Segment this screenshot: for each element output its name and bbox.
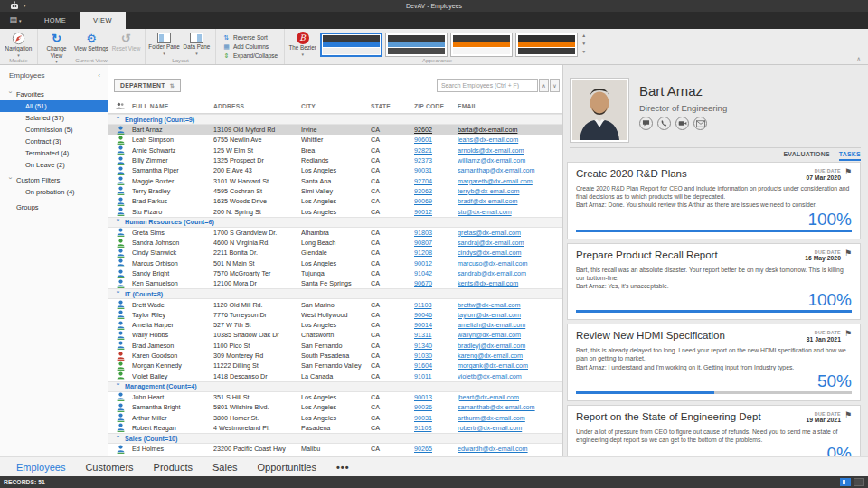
email-button[interactable]	[693, 117, 707, 130]
flag-icon[interactable]: ⚑	[844, 411, 852, 419]
layout-toggle-data-icon[interactable]	[854, 478, 864, 486]
employee-row-violet-bailey[interactable]: Violet Bailey1418 Descanso DrLa CanadaCA…	[108, 371, 562, 381]
employee-row-bart-arnaz[interactable]: Bart Arnaz13109 Old Myford RdIrvineCA926…	[108, 125, 562, 135]
icon-column-header[interactable]	[108, 102, 132, 110]
employee-row-brett-wade[interactable]: Brett Wade1120 Old Mill Rd.San MarinoCA9…	[108, 299, 562, 309]
sidebar-item-on-leave-2[interactable]: On Leave (2)	[0, 159, 108, 171]
email-link[interactable]: bradleyj@dx-email.com	[458, 342, 525, 350]
skin-swatch-blue-dark[interactable]	[385, 33, 448, 57]
zip-link[interactable]: 91030	[414, 352, 432, 360]
employee-row-greta-sims[interactable]: Greta Sims1700 S Grandview Dr.AlhambraCA…	[108, 228, 562, 238]
email-link[interactable]: samanthab@dx-email.com	[458, 403, 535, 411]
group-header-sales[interactable]: ›Sales (Count=10)	[108, 433, 562, 444]
email-link[interactable]: margaretb@dx-email.com	[458, 177, 533, 185]
column-header-state[interactable]: STATE	[371, 103, 414, 109]
zip-link[interactable]: 93063	[414, 187, 432, 195]
email-link[interactable]: brettw@dx-email.com	[458, 301, 521, 309]
group-header-human-resources[interactable]: ›Human Resources (Count=6)	[108, 217, 562, 228]
email-link[interactable]: wallyh@dx-email.com	[458, 331, 521, 339]
employee-row-sandy-bright[interactable]: Sandy Bright7570 McGroarty TerTujungaCA9…	[108, 268, 562, 278]
nav-item-products[interactable]: Products	[154, 462, 193, 473]
column-header-address[interactable]: ADDRESS	[213, 103, 301, 109]
email-link[interactable]: edwardh@dx-email.com	[458, 445, 528, 453]
zip-link[interactable]: 91108	[414, 301, 431, 309]
employee-row-taylor-riley[interactable]: Taylor Riley7776 Torreyson DrWest Hollyw…	[108, 310, 562, 320]
zip-link[interactable]: 90012	[414, 208, 432, 216]
column-header-full-name[interactable]: FULL NAME	[132, 103, 213, 109]
flag-icon[interactable]: ⚑	[844, 168, 852, 176]
email-link[interactable]: robertr@dx-email.com	[458, 424, 522, 432]
email-link[interactable]: terryb@dx-email.com	[458, 187, 519, 195]
flag-icon[interactable]: ⚑	[844, 249, 852, 258]
nav-item-opportunities[interactable]: Opportunities	[258, 462, 316, 473]
email-link[interactable]: jheart@dx-email.com	[458, 393, 519, 401]
expand-collapse-button[interactable]: ⇕ Expand/Collapse	[222, 52, 278, 59]
employee-row-marcus-orbison[interactable]: Marcus Orbison501 N Main StLos AngelesCA…	[108, 258, 562, 268]
email-link[interactable]: leahs@dx-email.com	[458, 136, 518, 144]
tab-tasks[interactable]: TASKS	[839, 151, 861, 161]
email-link[interactable]: bradf@dx-email.com	[458, 197, 517, 205]
nav-item-sales[interactable]: Sales	[212, 462, 238, 473]
zip-link[interactable]: 91604	[414, 361, 432, 370]
reverse-sort-button[interactable]: ⇅ Reverse Sort	[222, 33, 278, 41]
sidebar-section-favorites[interactable]: ›Favorites	[0, 88, 108, 100]
ribbon-tab-home[interactable]: HOME	[31, 12, 80, 29]
zip-link[interactable]: 91042	[414, 269, 432, 277]
phone-button[interactable]	[657, 117, 671, 130]
zip-link[interactable]: 90601	[414, 136, 432, 144]
email-link[interactable]: arnolds@dx-email.com	[458, 146, 524, 155]
navigation-button[interactable]: Navigation ▾	[3, 31, 34, 56]
employee-row-samantha-bright[interactable]: Samantha Bright5801 Wilshire Blvd.Los An…	[108, 402, 562, 412]
zip-link[interactable]: 90265	[414, 445, 432, 453]
reset-view-button[interactable]: ↺ Reset View	[110, 31, 142, 56]
email-link[interactable]: williamz@dx-email.com	[458, 156, 525, 164]
zip-link[interactable]: 90013	[414, 393, 432, 401]
email-link[interactable]: kareng@dx-email.com	[458, 352, 523, 360]
email-link[interactable]: stu@dx-email.com	[458, 208, 512, 216]
zip-link[interactable]: 92704	[414, 177, 432, 185]
employee-row-ken-samuelson[interactable]: Ken Samuelson12100 Mora DrSanta Fe Sprin…	[108, 278, 562, 288]
group-header-engineering[interactable]: ›Engineering (Count=9)	[108, 114, 562, 125]
sidebar-item-salaried-37[interactable]: Salaried (37)	[0, 112, 108, 124]
zip-link[interactable]: 92821	[414, 146, 432, 155]
zip-link[interactable]: 90012	[414, 259, 432, 267]
zip-link[interactable]: 90031	[414, 414, 432, 422]
zip-link[interactable]: 91340	[414, 342, 432, 350]
app-menu-button[interactable]: ▤ ▾	[0, 12, 31, 29]
column-header-city[interactable]: CITY	[301, 103, 371, 109]
zip-link[interactable]: 90807	[414, 239, 432, 247]
zip-link[interactable]: 90046	[414, 311, 432, 319]
employee-row-billy-zimmer[interactable]: Billy Zimmer1325 Prospect DrRedlandsCA92…	[108, 155, 562, 165]
zip-link[interactable]: 92373	[414, 156, 432, 164]
skin-swatch-orange-light[interactable]	[450, 33, 513, 57]
employee-row-ed-holmes[interactable]: Ed Holmes23200 Pacific Coast HwyMalibuCA…	[108, 444, 562, 454]
column-header-zip-code[interactable]: ZIP CODE	[414, 103, 458, 109]
group-header-management[interactable]: ›Management (Count=4)	[108, 381, 562, 392]
email-link[interactable]: cindys@dx-email.com	[458, 249, 521, 257]
sidebar-item-on-probation-4[interactable]: On probation (4)	[0, 186, 108, 198]
change-view-button[interactable]: ↻ Change View ▾	[41, 31, 72, 56]
search-input[interactable]	[437, 79, 538, 92]
employee-row-sandra-johnson[interactable]: Sandra Johnson4600 N Virginia Rd.Long Be…	[108, 238, 562, 248]
group-by-chip[interactable]: DEPARTMENT ⇅	[114, 79, 181, 92]
nav-item-employees[interactable]: Employees	[16, 462, 65, 473]
folder-pane-button[interactable]: Folder Pane ▾	[148, 31, 180, 56]
email-link[interactable]: samanthap@dx-email.com	[458, 166, 535, 174]
employee-row-leah-simpson[interactable]: Leah Simpson6755 Newlin AveWhittierCA906…	[108, 135, 562, 145]
zip-link[interactable]: 90014	[414, 321, 432, 329]
zip-link[interactable]: 92602	[414, 126, 432, 134]
employee-row-brad-farkus[interactable]: Brad Farkus1635 Woods DriveLos AngelesCA…	[108, 196, 562, 206]
search-prev-button[interactable]: ∧	[539, 79, 549, 92]
zip-link[interactable]: 91208	[414, 249, 432, 257]
column-header-email[interactable]: EMAIL	[458, 103, 562, 109]
employee-row-robert-reagan[interactable]: Robert Reagan4 Westmoreland Pl.PasadenaC…	[108, 423, 562, 433]
zip-link[interactable]: 91011	[414, 372, 431, 380]
gallery-scroll-up-icon[interactable]: ▲	[581, 33, 586, 38]
zip-link[interactable]: 90036	[414, 403, 432, 411]
sidebar-item-contract-3[interactable]: Contract (3)	[0, 136, 108, 147]
gallery-scroll-down-icon[interactable]: ▼	[581, 42, 586, 46]
email-link[interactable]: taylorr@dx-email.com	[458, 311, 521, 319]
search-next-button[interactable]: ∨	[550, 79, 560, 92]
email-link[interactable]: ameliah@dx-email.com	[458, 321, 525, 329]
sidebar-section-groups[interactable]: ›Groups	[0, 201, 108, 213]
